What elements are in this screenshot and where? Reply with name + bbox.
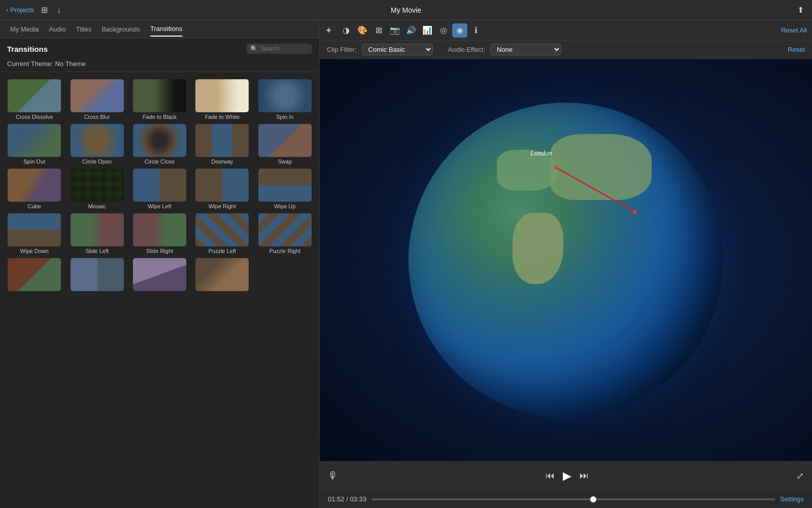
transition-label-circle-open: Circle Open: [82, 158, 112, 165]
transition-thumb-extra4: [195, 258, 249, 291]
transition-thumb-fade-white: [195, 79, 249, 112]
color-wheel-icon[interactable]: ◑: [339, 23, 354, 38]
toolbar-icons: ◑ 🎨 ⊠ 📷 🔊 📊 ◎ ◉ ℹ: [339, 23, 484, 38]
continent-europe: [497, 150, 558, 190]
share-icon[interactable]: ⬆: [795, 4, 806, 16]
arrow-down-icon[interactable]: ↓: [55, 5, 63, 16]
timeline-bar: 01:52 / 03:33 Settings: [320, 490, 812, 508]
top-bar-icons: ⬆: [795, 4, 806, 16]
transition-item-fade-white[interactable]: Fade to White: [192, 78, 252, 121]
skip-forward-button[interactable]: ⏭: [580, 470, 589, 481]
fullscreen-button[interactable]: ⤢: [796, 470, 804, 482]
transition-label-spin-in: Spin In: [276, 114, 293, 120]
transition-item-mosaic[interactable]: Mosaic: [66, 168, 127, 210]
transition-label-spin-out: Spin Out: [23, 158, 45, 165]
tab-my-media[interactable]: My Media: [10, 22, 39, 36]
transition-item-cube[interactable]: Cube: [4, 168, 64, 210]
transition-item-wipe-left[interactable]: Wipe Left: [129, 168, 190, 210]
search-box[interactable]: 🔍: [246, 44, 312, 54]
transition-item-extra2[interactable]: [66, 257, 127, 294]
transition-label-cross-dissolve: Cross Dissolve: [16, 114, 53, 120]
volume-icon[interactable]: 🔊: [403, 23, 419, 38]
transition-label-swap: Swap: [278, 158, 292, 165]
time-current: 01:52 / 03:33: [328, 495, 366, 503]
chart-icon[interactable]: 📊: [420, 23, 435, 38]
app-title: My Movie: [391, 6, 421, 14]
transition-thumb-slide-right: [133, 213, 186, 246]
back-button[interactable]: ‹ Projects: [6, 6, 34, 14]
camera-icon[interactable]: 📷: [387, 23, 402, 38]
timeline-slider[interactable]: [371, 498, 775, 500]
crop-icon[interactable]: ⊠: [371, 23, 386, 38]
transition-item-cross-dissolve[interactable]: Cross Dissolve: [4, 78, 64, 121]
tab-backgrounds[interactable]: Backgrounds: [101, 22, 140, 36]
tab-titles[interactable]: Titles: [76, 22, 92, 36]
transition-item-extra4[interactable]: [192, 257, 252, 294]
panel-header: Transitions 🔍: [0, 39, 319, 58]
transition-item-circle-close[interactable]: Circle Close: [129, 123, 190, 166]
transition-item-wipe-right[interactable]: Wipe Right: [192, 168, 252, 210]
search-icon: 🔍: [250, 45, 258, 52]
back-label: Projects: [10, 6, 34, 14]
transition-thumb-mosaic: [71, 169, 124, 202]
transition-item-doorway[interactable]: Doorway: [192, 123, 252, 166]
continent-asia: [550, 134, 652, 200]
magic-wand-icon[interactable]: ✦: [325, 25, 332, 36]
clip-filter-label: Clip Filter:: [327, 46, 357, 53]
nav-tabs: My Media Audio Titles Backgrounds Transi…: [0, 20, 319, 39]
continent-africa: [513, 213, 563, 284]
transition-item-slide-left[interactable]: Slide Left: [66, 212, 127, 255]
right-panel: ✦ ◑ 🎨 ⊠ 📷 🔊 📊 ◎ ◉ ℹ Reset All Clip Filte…: [320, 20, 812, 508]
play-button[interactable]: ▶: [563, 469, 571, 483]
video-frame: London: [320, 59, 812, 461]
timeline-thumb[interactable]: [590, 496, 596, 502]
audio-effect-label: Audio Effect:: [448, 46, 485, 53]
info-icon[interactable]: ℹ: [468, 23, 484, 38]
reset-all-button[interactable]: Reset All: [781, 26, 807, 34]
transition-thumb-puzzle-right: [258, 213, 312, 246]
clip-filter-bar: Clip Filter: Comic Basic None Audio Effe…: [320, 41, 812, 59]
transition-item-cross-blur[interactable]: Cross Blur: [66, 78, 127, 121]
top-bar: ‹ Projects ⊞ ↓ My Movie ⬆: [0, 0, 812, 20]
transition-thumb-wipe-down: [8, 213, 61, 246]
main-layout: My Media Audio Titles Backgrounds Transi…: [0, 20, 812, 508]
microphone-button[interactable]: 🎙: [328, 470, 338, 482]
transition-thumb-circle-open: [71, 124, 124, 157]
transition-item-puzzle-left[interactable]: Puzzle Left: [192, 212, 252, 255]
transition-label-slide-right: Slide Right: [146, 248, 173, 254]
transition-item-puzzle-right[interactable]: Puzzle Right: [255, 212, 315, 255]
reset-button[interactable]: Reset: [788, 46, 805, 53]
transition-label-cube: Cube: [28, 203, 41, 209]
transition-item-extra1[interactable]: [4, 257, 64, 294]
transition-item-spin-in[interactable]: Spin In: [255, 78, 315, 121]
transition-item-fade-black[interactable]: Fade to Black: [129, 78, 190, 121]
search-input[interactable]: [260, 45, 311, 52]
transition-label-wipe-right: Wipe Right: [209, 203, 236, 209]
controls-bar: 🎙 ⏮ ▶ ⏭ ⤢: [320, 461, 812, 490]
transition-item-circle-open[interactable]: Circle Open: [66, 123, 127, 166]
transition-label-fade-white: Fade to White: [205, 114, 240, 120]
stabilize-icon[interactable]: ◎: [436, 23, 451, 38]
globe: [409, 103, 723, 418]
transition-item-extra3[interactable]: [129, 257, 190, 294]
library-icon[interactable]: ⊞: [39, 4, 50, 16]
tab-audio[interactable]: Audio: [49, 22, 65, 36]
transition-label-wipe-down: Wipe Down: [20, 248, 49, 254]
transition-item-slide-right[interactable]: Slide Right: [129, 212, 190, 255]
settings-button[interactable]: Settings: [780, 495, 804, 503]
skip-back-button[interactable]: ⏮: [546, 470, 555, 481]
tab-transitions[interactable]: Transitions: [150, 22, 182, 37]
filter-icon[interactable]: ◉: [452, 23, 467, 38]
transition-thumb-spin-in: [258, 79, 312, 112]
transition-item-swap[interactable]: Swap: [255, 123, 315, 166]
transition-thumb-extra1: [8, 258, 61, 291]
transition-item-wipe-down[interactable]: Wipe Down: [4, 212, 64, 255]
transition-item-spin-out[interactable]: Spin Out: [4, 123, 64, 166]
palette-icon[interactable]: 🎨: [355, 23, 370, 38]
audio-effect-select[interactable]: None: [490, 44, 561, 55]
transition-thumb-circle-close: [133, 124, 186, 157]
transition-item-wipe-up[interactable]: Wipe Up: [255, 168, 315, 210]
clip-filter-select[interactable]: Comic Basic None: [362, 44, 433, 55]
theme-label: Current Theme: No Theme: [0, 58, 319, 72]
transition-thumb-fade-black: [133, 79, 186, 112]
